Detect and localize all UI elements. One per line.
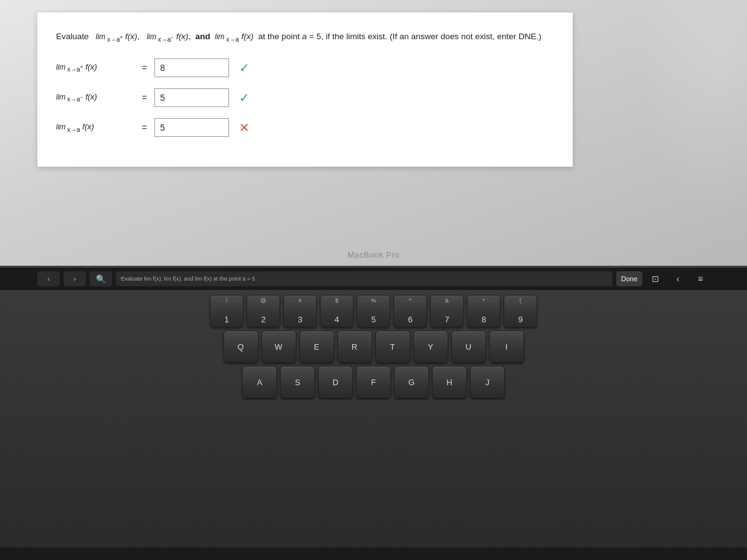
- search-icon: 🔍: [96, 274, 106, 284]
- key-d[interactable]: D: [318, 366, 353, 398]
- key-r[interactable]: R: [337, 330, 372, 363]
- key-u-label: U: [466, 342, 471, 352]
- key-4-shift: $: [335, 297, 338, 304]
- touchbar-chevron-left-btn[interactable]: ‹: [669, 271, 687, 286]
- key-3[interactable]: # 3: [283, 295, 317, 327]
- key-g[interactable]: G: [394, 366, 429, 398]
- problem-instruction: Evaluate lim x→a+ f(x), lim x→a− f(x), a…: [56, 30, 554, 45]
- limit1-equals: =: [142, 63, 147, 73]
- key-w[interactable]: W: [261, 330, 296, 363]
- key-d-label: D: [332, 378, 338, 387]
- key-7-shift: &: [445, 297, 449, 304]
- key-7[interactable]: & 7: [430, 295, 464, 327]
- key-5-shift: %: [371, 297, 376, 304]
- key-2-shift: @: [260, 297, 266, 304]
- key-e[interactable]: E: [299, 330, 334, 363]
- key-1-shift: !: [226, 297, 228, 304]
- key-9-main: 9: [518, 315, 522, 324]
- key-3-shift: #: [298, 297, 301, 304]
- limit3-status-icon: ✕: [239, 120, 250, 135]
- touchbar: ‹ › 🔍 Evaluate lim f(x), lim f(x), and l…: [0, 268, 747, 290]
- keyboard-asdf-row: A S D F G H J: [25, 366, 722, 398]
- limit1-label: lim x→a+ f(x): [56, 62, 137, 73]
- limit3-label: lim x→a f(x): [56, 122, 137, 133]
- limit3-equals: =: [142, 123, 147, 133]
- key-4-main: 4: [334, 315, 339, 324]
- key-3-main: 3: [298, 315, 302, 324]
- keyboard-number-row: ! 1 @ 2 # 3 $ 4 % 5 ^ 6 & 7 * 8: [25, 295, 722, 327]
- key-a[interactable]: A: [242, 366, 277, 398]
- key-f[interactable]: F: [356, 366, 391, 398]
- key-y-label: Y: [428, 342, 433, 352]
- limit2-status-icon: ✓: [239, 90, 250, 105]
- key-f-label: F: [371, 378, 376, 387]
- key-1[interactable]: ! 1: [210, 295, 243, 327]
- limit1-input[interactable]: [154, 58, 229, 77]
- limit3-row: lim x→a f(x) = ✕: [56, 118, 554, 137]
- touchbar-right-controls: Done ⊡ ‹ ≡: [616, 271, 710, 286]
- key-8[interactable]: * 8: [467, 295, 500, 327]
- laptop-screen: Evaluate lim x→a+ f(x), lim x→a− f(x), a…: [0, 0, 747, 268]
- touchbar-done-btn[interactable]: Done: [616, 271, 642, 286]
- key-8-main: 8: [481, 315, 486, 324]
- touchbar-screen-btn[interactable]: ⊡: [646, 271, 665, 286]
- keyboard-qwerty-row: Q W E R T Y U I: [25, 330, 722, 363]
- key-s[interactable]: S: [280, 366, 315, 398]
- key-7-main: 7: [444, 315, 449, 324]
- keyboard: ! 1 @ 2 # 3 $ 4 % 5 ^ 6 & 7 * 8: [0, 290, 747, 560]
- key-t-label: T: [390, 342, 395, 352]
- key-i-label: I: [505, 342, 508, 352]
- key-8-shift: *: [482, 297, 485, 304]
- touchbar-content-text: Evaluate lim f(x), lim f(x), and lim f(x…: [121, 276, 255, 282]
- key-q[interactable]: Q: [223, 330, 258, 363]
- key-j[interactable]: J: [470, 366, 505, 398]
- key-r-label: R: [352, 342, 357, 352]
- content-panel: Evaluate lim x→a+ f(x), lim x→a− f(x), a…: [37, 12, 573, 167]
- touchbar-content-area: Evaluate lim f(x), lim f(x), and lim f(x…: [116, 271, 613, 286]
- limit3-input[interactable]: [154, 118, 229, 137]
- touchbar-back-btn[interactable]: ‹: [37, 271, 60, 286]
- limit2-label: lim x→a− f(x): [56, 92, 137, 103]
- key-y[interactable]: Y: [413, 330, 448, 363]
- key-4[interactable]: $ 4: [320, 295, 354, 327]
- key-i[interactable]: I: [489, 330, 524, 363]
- limit2-row: lim x→a− f(x) = ✓: [56, 88, 554, 107]
- key-h[interactable]: H: [432, 366, 467, 398]
- key-u[interactable]: U: [451, 330, 486, 363]
- key-9[interactable]: ( 9: [504, 295, 537, 327]
- macbook-label: MacBook Pro: [347, 250, 400, 259]
- limit2-input[interactable]: [154, 88, 229, 107]
- limit1-status-icon: ✓: [239, 60, 250, 75]
- touchbar-more-btn[interactable]: ≡: [691, 271, 710, 286]
- key-6-main: 6: [408, 315, 412, 324]
- key-g-label: G: [408, 378, 415, 387]
- key-5[interactable]: % 5: [357, 295, 390, 327]
- key-e-label: E: [314, 342, 319, 352]
- key-6-shift: ^: [409, 297, 411, 304]
- key-s-label: S: [295, 378, 301, 387]
- limit2-equals: =: [142, 93, 147, 103]
- key-q-label: Q: [237, 342, 243, 352]
- touchbar-forward-btn[interactable]: ›: [63, 271, 86, 286]
- key-t[interactable]: T: [375, 330, 410, 363]
- keyboard-bottom-frame: [0, 548, 747, 560]
- key-6[interactable]: ^ 6: [393, 295, 427, 327]
- key-j-label: J: [486, 378, 490, 387]
- key-1-main: 1: [224, 315, 228, 324]
- key-2[interactable]: @ 2: [247, 295, 280, 327]
- key-w-label: W: [275, 342, 282, 352]
- key-2-main: 2: [261, 315, 265, 324]
- key-a-label: A: [257, 378, 263, 387]
- key-5-main: 5: [371, 315, 375, 324]
- key-9-shift: (: [520, 297, 522, 304]
- touchbar-search-btn[interactable]: 🔍: [90, 271, 112, 286]
- screen-glare: [622, 0, 747, 249]
- key-h-label: H: [446, 378, 452, 387]
- limit1-row: lim x→a+ f(x) = ✓: [56, 58, 554, 77]
